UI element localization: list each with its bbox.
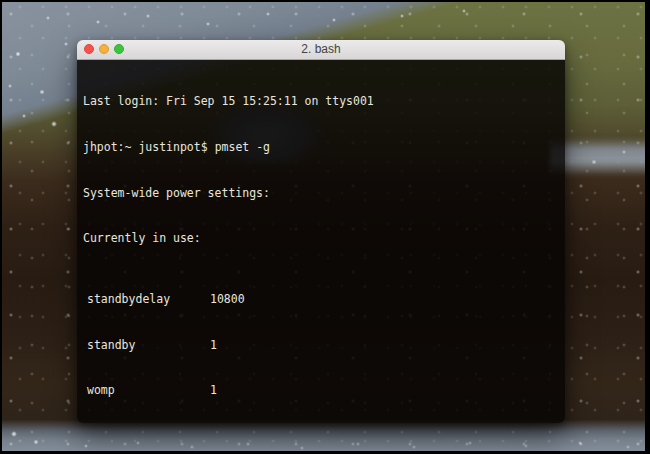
setting-value: 1 [210,383,217,397]
setting-row: standby1 [83,338,559,353]
setting-row: womp1 [83,383,559,398]
settings-heading: System-wide power settings: [83,186,559,201]
last-login-line: Last login: Fri Sep 15 15:25:11 on ttys0… [83,94,559,109]
background-photo: 2. bash Last login: Fri Sep 15 15:25:11 … [2,2,645,451]
in-use-heading: Currently in use: [83,231,559,246]
zoom-button[interactable] [114,44,124,54]
setting-name: womp [87,383,210,398]
terminal-content[interactable]: Last login: Fri Sep 15 15:25:11 on ttys0… [77,60,565,423]
minimize-button[interactable] [99,44,109,54]
window-controls [84,44,124,54]
command-line: jhpot:~ justinpot$pmset -g [83,140,559,155]
screenshot-frame: 2. bash Last login: Fri Sep 15 15:25:11 … [0,0,650,454]
shell-prompt: jhpot:~ justinpot$ [83,140,208,154]
window-titlebar[interactable]: 2. bash [77,40,565,60]
close-button[interactable] [84,44,94,54]
setting-value: 10800 [210,292,245,306]
setting-value: 1 [210,338,217,352]
window-title: 2. bash [77,40,565,59]
terminal-window: 2. bash Last login: Fri Sep 15 15:25:11 … [77,40,565,423]
setting-name: standbydelay [87,292,210,307]
typed-command: pmset -g [215,140,270,154]
setting-row: standbydelay10800 [83,292,559,307]
setting-name: standby [87,338,210,353]
